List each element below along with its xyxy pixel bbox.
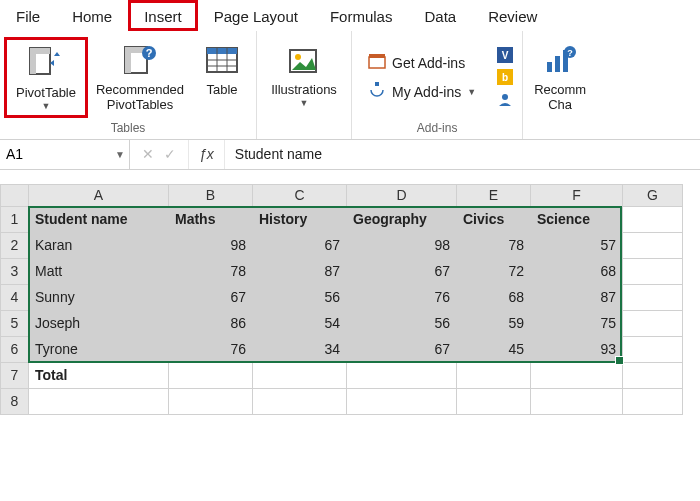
row-header[interactable]: 6 xyxy=(1,336,29,362)
cell[interactable]: Matt xyxy=(29,258,169,284)
recommended-pivottables-button[interactable]: ? Recommended PivotTables xyxy=(92,37,188,117)
cell[interactable]: 98 xyxy=(169,232,253,258)
cell[interactable]: 56 xyxy=(347,310,457,336)
fx-icon[interactable]: ƒx xyxy=(189,140,225,169)
chevron-down-icon: ▼ xyxy=(467,87,476,97)
cell[interactable]: 67 xyxy=(347,258,457,284)
tab-file[interactable]: File xyxy=(0,0,56,31)
col-header[interactable]: D xyxy=(347,184,457,206)
select-all-corner[interactable] xyxy=(1,184,29,206)
col-header[interactable]: B xyxy=(169,184,253,206)
cell[interactable]: 59 xyxy=(457,310,531,336)
cell[interactable] xyxy=(623,310,683,336)
cell[interactable]: 76 xyxy=(169,336,253,362)
cell[interactable] xyxy=(531,388,623,414)
cell[interactable] xyxy=(457,362,531,388)
chevron-down-icon[interactable]: ▼ xyxy=(115,149,125,160)
cell[interactable]: 72 xyxy=(457,258,531,284)
formula-input[interactable]: Student name xyxy=(225,146,700,162)
col-header[interactable]: F xyxy=(531,184,623,206)
cell[interactable]: 75 xyxy=(531,310,623,336)
my-addins-button[interactable]: My Add-ins ▼ xyxy=(364,79,480,104)
tab-data[interactable]: Data xyxy=(408,0,472,31)
cell[interactable]: 78 xyxy=(169,258,253,284)
bing-icon[interactable]: b xyxy=(496,68,514,86)
cell[interactable]: 98 xyxy=(347,232,457,258)
cell[interactable]: 45 xyxy=(457,336,531,362)
cell[interactable]: History xyxy=(253,206,347,232)
cell[interactable]: 93 xyxy=(531,336,623,362)
cell[interactable] xyxy=(623,362,683,388)
cell[interactable]: Science xyxy=(531,206,623,232)
cell[interactable]: Tyrone xyxy=(29,336,169,362)
cell[interactable]: Karan xyxy=(29,232,169,258)
cell[interactable] xyxy=(347,388,457,414)
cell[interactable]: 56 xyxy=(253,284,347,310)
visio-icon[interactable]: V xyxy=(496,46,514,64)
cell[interactable] xyxy=(457,388,531,414)
cell[interactable] xyxy=(253,362,347,388)
col-header[interactable]: C xyxy=(253,184,347,206)
cell[interactable]: 87 xyxy=(253,258,347,284)
cell[interactable] xyxy=(623,388,683,414)
row-header[interactable]: 1 xyxy=(1,206,29,232)
cell[interactable] xyxy=(623,336,683,362)
cell[interactable] xyxy=(623,284,683,310)
cell[interactable]: 76 xyxy=(347,284,457,310)
row-header[interactable]: 4 xyxy=(1,284,29,310)
cell[interactable]: 68 xyxy=(531,258,623,284)
svg-point-23 xyxy=(502,94,508,100)
row-header[interactable]: 8 xyxy=(1,388,29,414)
tab-page-layout[interactable]: Page Layout xyxy=(198,0,314,31)
get-addins-button[interactable]: Get Add-ins xyxy=(364,50,480,75)
tab-home[interactable]: Home xyxy=(56,0,128,31)
row-header[interactable]: 7 xyxy=(1,362,29,388)
tab-review[interactable]: Review xyxy=(472,0,553,31)
cell[interactable]: 87 xyxy=(531,284,623,310)
people-icon[interactable] xyxy=(496,90,514,108)
tab-insert[interactable]: Insert xyxy=(128,0,198,31)
cell[interactable] xyxy=(169,362,253,388)
recommended-charts-button[interactable]: ? RecommCha xyxy=(527,37,593,117)
cell[interactable]: Total xyxy=(29,362,169,388)
cell[interactable]: Sunny xyxy=(29,284,169,310)
cell[interactable] xyxy=(623,258,683,284)
cell[interactable]: Civics xyxy=(457,206,531,232)
tab-formulas[interactable]: Formulas xyxy=(314,0,409,31)
cell[interactable]: 86 xyxy=(169,310,253,336)
name-box-input[interactable] xyxy=(6,146,123,162)
cell[interactable] xyxy=(169,388,253,414)
cell[interactable]: 54 xyxy=(253,310,347,336)
cell[interactable] xyxy=(253,388,347,414)
cell[interactable] xyxy=(623,206,683,232)
cancel-icon[interactable]: ✕ xyxy=(142,146,154,162)
cell[interactable]: 57 xyxy=(531,232,623,258)
row-header[interactable]: 5 xyxy=(1,310,29,336)
cell[interactable]: Geography xyxy=(347,206,457,232)
chevron-down-icon: ▼ xyxy=(300,98,309,108)
enter-icon[interactable]: ✓ xyxy=(164,146,176,162)
cell[interactable]: Joseph xyxy=(29,310,169,336)
cell[interactable] xyxy=(623,232,683,258)
col-header[interactable]: G xyxy=(623,184,683,206)
cell[interactable]: 67 xyxy=(169,284,253,310)
cell[interactable] xyxy=(347,362,457,388)
cell[interactable] xyxy=(531,362,623,388)
cell[interactable]: Maths xyxy=(169,206,253,232)
col-header[interactable]: E xyxy=(457,184,531,206)
cell[interactable] xyxy=(29,388,169,414)
cell[interactable]: Student name xyxy=(29,206,169,232)
row-header[interactable]: 2 xyxy=(1,232,29,258)
cell[interactable]: 68 xyxy=(457,284,531,310)
pivottable-button[interactable]: PivotTable ▼ xyxy=(4,37,88,118)
row-header[interactable]: 3 xyxy=(1,258,29,284)
table-button[interactable]: Table xyxy=(192,37,252,102)
cell[interactable]: 67 xyxy=(253,232,347,258)
col-header[interactable]: A xyxy=(29,184,169,206)
illustrations-button[interactable]: Illustrations ▼ xyxy=(261,37,347,112)
name-box[interactable]: ▼ xyxy=(0,140,130,169)
cell[interactable]: 34 xyxy=(253,336,347,362)
group-addins: Get Add-ins My Add-ins ▼ V b Add-ins xyxy=(352,31,523,139)
cell[interactable]: 67 xyxy=(347,336,457,362)
cell[interactable]: 78 xyxy=(457,232,531,258)
